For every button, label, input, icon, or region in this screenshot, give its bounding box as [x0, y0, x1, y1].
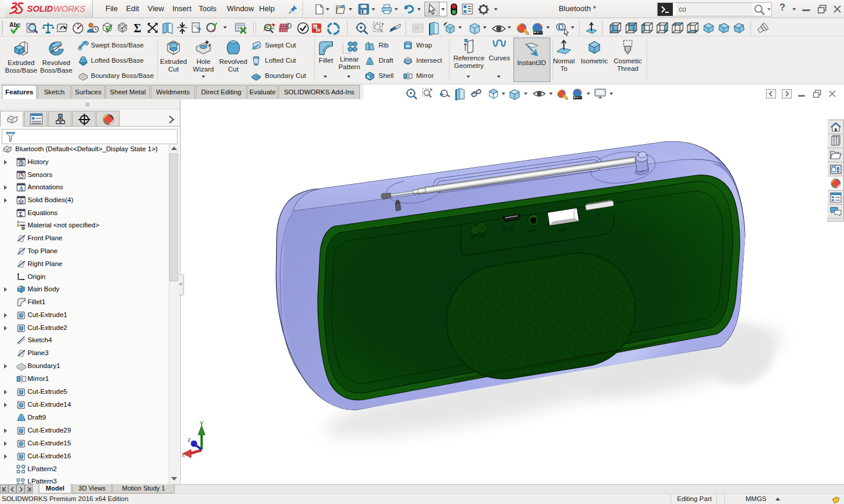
- svg-text:SOLID: SOLID: [27, 4, 53, 13]
- svg-text:W: W: [406, 44, 410, 48]
- svg-text:1: 1: [558, 25, 561, 30]
- svg-text:Σ: Σ: [19, 211, 22, 217]
- svg-text:A: A: [19, 185, 23, 192]
- svg-text:?: ?: [196, 26, 201, 35]
- svg-text:Abc: Abc: [9, 22, 21, 28]
- svg-text:*: *: [212, 28, 215, 35]
- svg-text:X: X: [181, 452, 185, 458]
- svg-text:Z: Z: [188, 437, 191, 443]
- svg-text:WORKS: WORKS: [53, 4, 86, 13]
- svg-text:W: W: [316, 28, 321, 33]
- svg-text:Σ: Σ: [134, 22, 141, 35]
- svg-text:TF: TF: [595, 212, 601, 216]
